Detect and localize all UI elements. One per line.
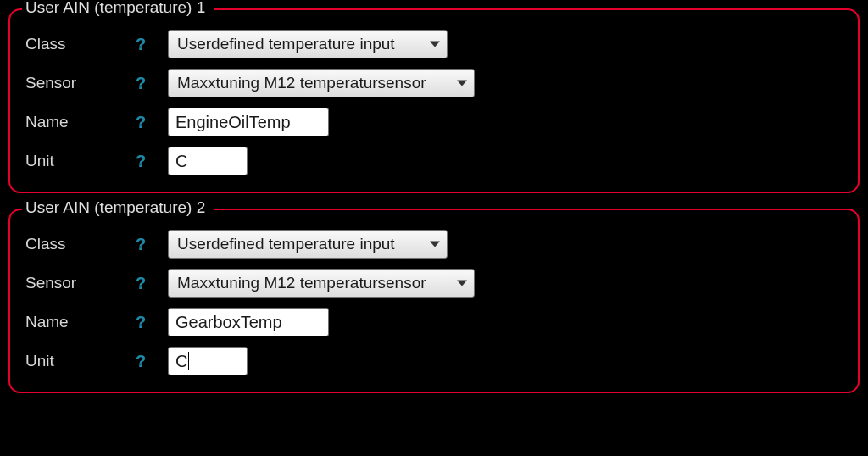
- label-sensor: Sensor: [25, 274, 136, 292]
- label-sensor: Sensor: [25, 74, 136, 92]
- label-unit: Unit: [25, 152, 136, 170]
- row-unit: Unit ? C: [25, 346, 843, 376]
- input-unit-value: C: [175, 352, 187, 371]
- row-sensor: Sensor ? Maxxtuning M12 temperatursensor: [25, 68, 843, 98]
- help-icon[interactable]: ?: [136, 152, 168, 171]
- dropdown-sensor[interactable]: Maxxtuning M12 temperatursensor: [168, 269, 475, 298]
- dropdown-class-value: Userdefined temperature input: [177, 235, 395, 253]
- panel-ain-temperature-1: User AIN (temperature) 1 Class ? Userdef…: [8, 8, 860, 193]
- row-sensor: Sensor ? Maxxtuning M12 temperatursensor: [25, 268, 843, 298]
- row-name: Name ? EngineOilTemp: [25, 107, 843, 137]
- chevron-down-icon: [430, 242, 440, 247]
- panel-title: User AIN (temperature) 1: [22, 0, 214, 17]
- help-icon[interactable]: ?: [136, 35, 168, 54]
- chevron-down-icon: [457, 281, 467, 286]
- label-unit: Unit: [25, 352, 136, 370]
- label-class: Class: [25, 35, 136, 53]
- row-class: Class ? Userdefined temperature input: [25, 29, 843, 59]
- input-name-value: GearboxTemp: [175, 313, 282, 332]
- input-unit[interactable]: C: [168, 147, 248, 175]
- help-icon[interactable]: ?: [136, 274, 168, 293]
- row-unit: Unit ? C: [25, 146, 843, 176]
- help-icon[interactable]: ?: [136, 352, 168, 371]
- help-icon[interactable]: ?: [136, 113, 168, 132]
- dropdown-sensor[interactable]: Maxxtuning M12 temperatursensor: [168, 69, 475, 97]
- text-caret: [188, 352, 189, 370]
- dropdown-sensor-value: Maxxtuning M12 temperatursensor: [177, 274, 426, 292]
- label-name: Name: [25, 313, 136, 331]
- dropdown-class[interactable]: Userdefined temperature input: [168, 30, 448, 58]
- label-name: Name: [25, 113, 136, 131]
- chevron-down-icon: [430, 42, 440, 47]
- dropdown-sensor-value: Maxxtuning M12 temperatursensor: [177, 74, 426, 92]
- input-unit[interactable]: C: [168, 347, 248, 375]
- panel-ain-temperature-2: User AIN (temperature) 2 Class ? Userdef…: [8, 209, 860, 393]
- input-name-value: EngineOilTemp: [175, 113, 291, 132]
- input-unit-value: C: [175, 152, 187, 171]
- help-icon[interactable]: ?: [136, 74, 168, 93]
- help-icon[interactable]: ?: [136, 313, 168, 332]
- dropdown-class-value: Userdefined temperature input: [177, 35, 395, 53]
- dropdown-class[interactable]: Userdefined temperature input: [168, 230, 448, 259]
- row-class: Class ? Userdefined temperature input: [25, 229, 843, 259]
- help-icon[interactable]: ?: [136, 235, 168, 254]
- input-name[interactable]: EngineOilTemp: [168, 108, 329, 136]
- panel-title: User AIN (temperature) 2: [22, 198, 214, 217]
- input-name[interactable]: GearboxTemp: [168, 308, 329, 336]
- label-class: Class: [25, 235, 136, 253]
- row-name: Name ? GearboxTemp: [25, 307, 843, 337]
- chevron-down-icon: [457, 81, 467, 86]
